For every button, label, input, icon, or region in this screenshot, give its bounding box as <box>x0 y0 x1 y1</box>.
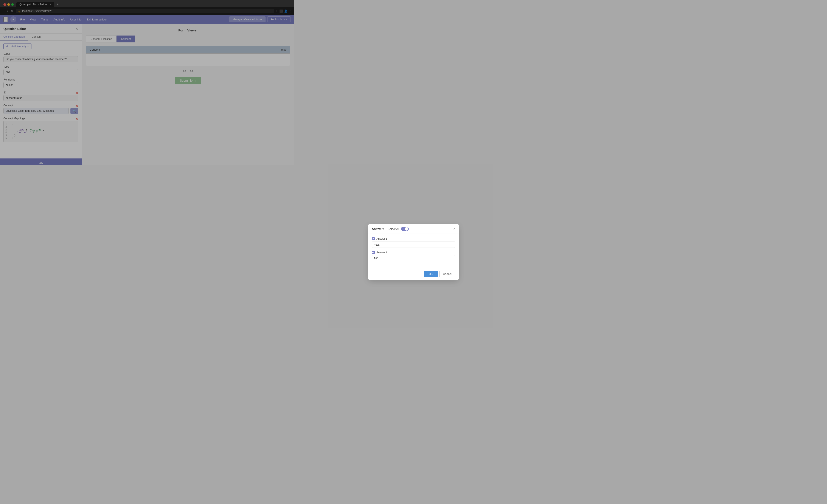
modal-overlay: Answers Select All × Answer 1 <box>0 0 294 165</box>
